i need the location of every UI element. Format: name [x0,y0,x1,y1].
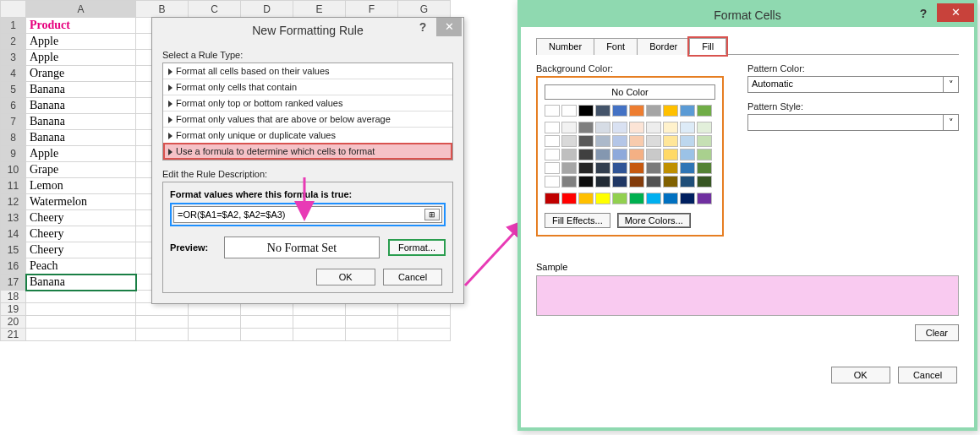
row-header[interactable]: 13 [1,210,26,226]
color-swatch[interactable] [612,193,627,204]
format-button[interactable]: Format... [388,239,446,256]
color-swatch[interactable] [697,193,712,204]
cell[interactable]: Peach [26,258,136,275]
color-swatch[interactable] [680,135,695,147]
cell[interactable]: Banana [26,130,136,146]
row-header[interactable]: 18 [1,291,26,303]
color-swatch[interactable] [663,162,678,174]
color-swatch[interactable] [595,149,610,160]
row-header[interactable]: 21 [1,329,26,341]
color-swatch[interactable] [663,193,678,204]
cell[interactable] [293,329,346,341]
cell[interactable] [189,316,241,329]
cell[interactable]: Banana [26,82,136,98]
color-swatch[interactable] [561,135,577,147]
cell[interactable]: Lemon [26,178,136,194]
cell[interactable]: Banana [26,275,136,291]
color-swatch[interactable] [578,193,594,204]
color-swatch[interactable] [697,105,712,117]
color-swatch[interactable] [578,176,594,188]
cell[interactable] [26,291,136,303]
cell[interactable] [346,329,398,341]
cell[interactable]: Apple [26,50,136,66]
cell[interactable] [398,316,451,329]
tab-border[interactable]: Border [637,38,690,55]
color-swatch[interactable] [680,149,695,160]
cell[interactable]: Apple [26,34,136,50]
color-swatch[interactable] [612,122,627,133]
color-swatch[interactable] [663,135,678,147]
column-header-E[interactable]: E [293,1,346,18]
color-swatch[interactable] [663,149,678,160]
pattern-color-dropdown[interactable]: Automatic ˅ [747,76,959,93]
cell[interactable] [398,329,451,341]
column-header-A[interactable]: A [26,1,136,18]
cancel-button[interactable]: Cancel [898,367,957,383]
cell[interactable] [26,303,136,316]
cell[interactable] [346,316,398,329]
color-swatch[interactable] [680,193,695,204]
color-swatch[interactable] [680,122,695,133]
cell[interactable] [293,316,346,329]
color-swatch[interactable] [595,162,610,174]
cell[interactable] [293,303,346,316]
color-swatch[interactable] [629,176,644,188]
rule-type-item[interactable]: Format all cells based on their values [163,63,452,79]
color-swatch[interactable] [612,135,627,147]
color-swatch[interactable] [680,105,695,117]
cell[interactable] [26,316,136,329]
cell[interactable]: Cheery [26,242,136,258]
cell[interactable]: Cheery [26,210,136,226]
color-swatch[interactable] [646,162,661,174]
row-header[interactable]: 5 [1,82,26,98]
color-swatch[interactable] [561,176,577,188]
color-swatch[interactable] [612,105,627,117]
color-swatch[interactable] [612,162,627,174]
color-swatch[interactable] [646,105,661,117]
cell[interactable]: Banana [26,98,136,114]
color-swatch[interactable] [561,193,577,204]
color-swatch[interactable] [697,135,712,147]
clear-button[interactable]: Clear [915,324,959,341]
color-swatch[interactable] [595,176,610,188]
cell[interactable] [346,303,398,316]
fill-effects-button[interactable]: Fill Effects... [545,213,610,228]
cell[interactable]: Watermelon [26,194,136,210]
color-swatch[interactable] [629,193,644,204]
column-header-C[interactable]: C [189,1,241,18]
close-button[interactable]: ✕ [937,3,974,22]
cell[interactable] [398,303,451,316]
cell[interactable] [241,316,293,329]
color-swatch[interactable] [629,162,644,174]
color-swatch[interactable] [680,176,695,188]
color-swatch[interactable] [629,135,644,147]
color-swatch[interactable] [697,149,712,160]
column-header-B[interactable]: B [136,1,189,18]
row-header[interactable]: 3 [1,50,26,66]
color-swatch[interactable] [646,176,661,188]
rule-type-list[interactable]: Format all cells based on their valuesFo… [162,63,453,160]
formula-input[interactable]: =OR($A1=$A2, $A2=$A3) ⊞ [173,206,442,223]
cell[interactable] [136,329,189,341]
cell[interactable]: Cheery [26,226,136,242]
cell[interactable] [26,329,136,341]
row-header[interactable]: 6 [1,98,26,114]
color-swatch[interactable] [646,122,661,133]
color-swatch[interactable] [578,122,594,133]
cancel-button[interactable]: Cancel [383,269,442,285]
cell[interactable] [189,303,241,316]
row-header[interactable]: 2 [1,34,26,50]
row-header[interactable]: 20 [1,316,26,329]
rule-type-item[interactable]: Format only top or bottom ranked values [163,95,452,111]
rule-type-item[interactable]: Use a formula to determine which cells t… [163,143,452,160]
ok-button[interactable]: OK [316,269,375,285]
color-swatch[interactable] [578,105,594,117]
cell[interactable]: Grape [26,162,136,178]
row-header[interactable]: 19 [1,303,26,316]
color-swatch[interactable] [595,122,610,133]
help-button[interactable]: ? [411,18,435,36]
range-picker-icon[interactable]: ⊞ [424,209,440,220]
color-swatch[interactable] [561,149,577,160]
color-swatch[interactable] [561,162,577,174]
color-swatch[interactable] [545,122,560,133]
